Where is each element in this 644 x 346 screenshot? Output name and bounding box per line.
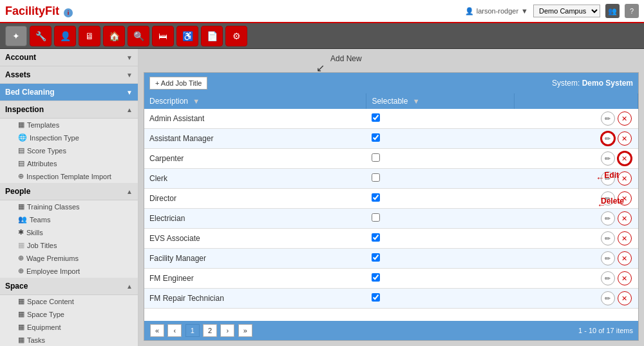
delete-button[interactable]: ✕ — [618, 131, 632, 146]
monitor-toolbar-btn[interactable]: 🖥 — [79, 26, 100, 46]
sidebar-item-equipment[interactable]: ▦ Equipment — [0, 321, 138, 334]
logo-facility: Facility — [5, 5, 45, 17]
sidebar-item-inspection-type[interactable]: 🌐 Inspection Type — [0, 131, 138, 144]
selectable-checkbox[interactable] — [372, 133, 380, 142]
selectable-checkbox[interactable] — [372, 273, 380, 282]
wage-icon: ⊕ — [18, 254, 24, 262]
sidebar-section-bed-cleaning[interactable]: Bed Cleaning ▼ — [0, 84, 138, 101]
sidebar-item-inspection-template-import[interactable]: ⊕ Inspection Template Import — [0, 170, 138, 183]
page-btn-2[interactable]: 2 — [203, 324, 217, 337]
col-header-selectable: Selectable ▼ — [366, 93, 515, 109]
edit-button[interactable]: ✏ — [601, 231, 615, 245]
table-container: Edit ← Delete ← + Add Job Title System: … — [144, 72, 639, 341]
doc-toolbar-btn[interactable]: 📄 — [201, 26, 223, 46]
sidebar-tasks-label: Tasks — [27, 336, 45, 344]
delete-button[interactable]: ✕ — [618, 111, 632, 126]
sidebar-section-people[interactable]: People ▲ — [0, 183, 138, 200]
delete-button[interactable]: ✕ — [618, 271, 632, 285]
edit-button[interactable]: ✏ — [601, 251, 615, 265]
prev-page-btn[interactable]: ‹ — [167, 324, 182, 337]
first-page-btn[interactable]: « — [150, 324, 164, 337]
sidebar-section-account[interactable]: Account ▼ — [0, 49, 138, 66]
sidebar-item-employee-import[interactable]: ⊕ Employee Import — [0, 265, 138, 278]
pagination: « ‹ 1 2 › » 1 - 10 of 17 items — [144, 321, 638, 340]
delete-button[interactable]: ✕ — [618, 231, 632, 245]
table-row: FM Repair Technician✏✕ — [144, 289, 638, 309]
bed-toolbar-btn[interactable]: 🛏 — [152, 26, 174, 46]
delete-button[interactable]: ✕ — [618, 151, 632, 166]
selectable-checkbox[interactable] — [372, 173, 380, 182]
job-titles-table: Description ▼ Selectable ▼ Admin Assista… — [144, 93, 638, 309]
sidebar-item-teams[interactable]: 👥 Teams — [0, 213, 138, 226]
cell-selectable — [366, 209, 515, 229]
sidebar-bed-cleaning-label: Bed Cleaning — [5, 88, 55, 97]
templates-icon: ▦ — [18, 120, 24, 129]
last-page-btn[interactable]: » — [238, 324, 252, 337]
cell-description: FM Engineer — [144, 269, 366, 289]
score-types-icon: ▤ — [18, 146, 24, 155]
sidebar-teams-label: Teams — [30, 216, 50, 224]
star-toolbar-btn[interactable]: ✦ — [5, 26, 27, 46]
gear-toolbar-btn[interactable]: ⚙ — [225, 26, 247, 46]
delete-button[interactable]: ✕ — [618, 291, 632, 305]
sidebar-section-assets[interactable]: Assets ▼ — [0, 66, 138, 84]
delete-button[interactable]: ✕ — [618, 251, 632, 265]
sidebar-item-tasks[interactable]: ▦ Tasks — [0, 334, 138, 346]
wrench-toolbar-btn[interactable]: 🔧 — [30, 26, 52, 46]
sidebar-section-inspection[interactable]: Inspection ▲ — [0, 101, 138, 119]
selectable-filter-icon[interactable]: ▼ — [413, 97, 420, 105]
group-icon[interactable]: 👥 — [605, 4, 620, 18]
next-page-btn[interactable]: › — [220, 324, 234, 337]
edit-button[interactable]: ✏ — [601, 271, 615, 285]
help-icon[interactable]: ? — [625, 4, 639, 18]
sidebar-item-space-type[interactable]: ▦ Space Type — [0, 308, 138, 321]
sidebar-section-space[interactable]: Space ▲ — [0, 278, 138, 295]
sidebar-item-templates[interactable]: ▦ Templates — [0, 119, 138, 131]
cell-actions: ✏✕ — [515, 289, 638, 309]
edit-button[interactable]: ✏ — [601, 131, 615, 146]
edit-button[interactable]: ✏ — [601, 151, 615, 166]
col-header-description: Description ▼ — [144, 93, 366, 109]
info-badge[interactable]: i — [64, 8, 73, 17]
edit-button[interactable]: ✏ — [601, 211, 615, 226]
sidebar-item-space-content[interactable]: ▦ Space Content — [0, 295, 138, 308]
employee-import-icon: ⊕ — [18, 267, 24, 275]
selectable-checkbox[interactable] — [372, 253, 380, 262]
search-toolbar-btn[interactable]: 🔍 — [128, 26, 149, 46]
sidebar-item-job-titles[interactable]: ▦ Job Titles — [0, 239, 138, 252]
sidebar-item-skills[interactable]: ✱ Skills — [0, 226, 138, 239]
user-info[interactable]: 👤 larson-rodger ▼ — [465, 7, 528, 15]
selectable-checkbox[interactable] — [372, 233, 380, 242]
selectable-checkbox[interactable] — [372, 293, 380, 302]
delete-button[interactable]: ✕ — [618, 211, 632, 226]
cell-selectable — [366, 249, 515, 269]
cell-description: Clerk — [144, 169, 366, 189]
selectable-checkbox[interactable] — [372, 213, 380, 222]
edit-button[interactable]: ✏ — [601, 291, 615, 305]
sidebar-job-titles-label: Job Titles — [27, 242, 57, 249]
add-job-title-button[interactable]: + Add Job Title — [149, 77, 207, 90]
description-filter-icon[interactable]: ▼ — [193, 97, 200, 105]
sidebar-item-score-types[interactable]: ▤ Score Types — [0, 144, 138, 157]
edit-button[interactable]: ✏ — [601, 111, 615, 126]
annotation-edit: Edit — [604, 171, 619, 180]
sidebar-equipment-label: Equipment — [27, 323, 61, 331]
sidebar-templates-label: Templates — [27, 121, 59, 129]
selectable-checkbox[interactable] — [372, 113, 380, 122]
table-row: FM Engineer✏✕ — [144, 269, 638, 289]
sidebar-item-training-classes[interactable]: ▦ Training Classes — [0, 200, 138, 213]
sidebar-inspection-label: Inspection — [5, 105, 44, 114]
accessible-toolbar-btn[interactable]: ♿ — [176, 26, 198, 46]
selectable-checkbox[interactable] — [372, 153, 380, 162]
person-toolbar-btn[interactable]: 👤 — [54, 26, 76, 46]
delete-button[interactable]: ✕ — [618, 171, 632, 186]
page-btn-1[interactable]: 1 — [185, 324, 200, 337]
teams-icon: 👥 — [18, 215, 27, 224]
selectable-checkbox[interactable] — [372, 193, 380, 202]
sidebar-space-type-label: Space Type — [27, 311, 64, 318]
sidebar-wage-label: Wage Premiums — [26, 255, 79, 262]
sidebar-item-attributes[interactable]: ▤ Attributes — [0, 157, 138, 170]
sidebar-item-wage-premiums[interactable]: ⊕ Wage Premiums — [0, 252, 138, 265]
house-toolbar-btn[interactable]: 🏠 — [103, 26, 125, 46]
campus-select[interactable]: Demo Campus Main Campus Test Campus — [533, 5, 600, 17]
